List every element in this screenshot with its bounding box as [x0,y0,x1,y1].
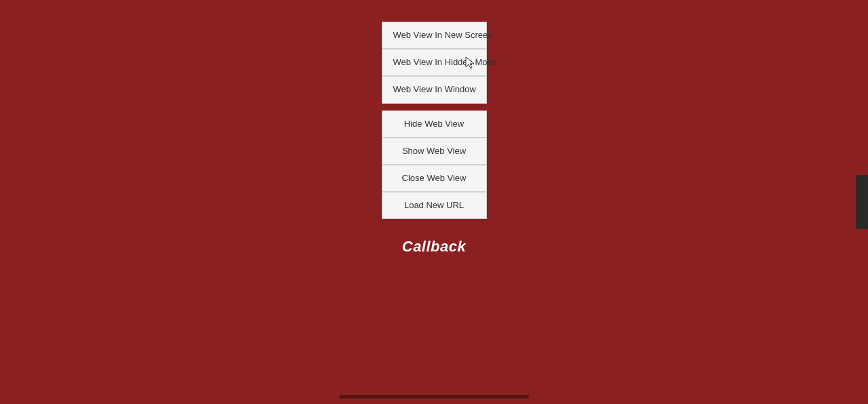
side-button [856,175,868,229]
callback-label: Callback [402,238,467,256]
button-close-web-view[interactable]: Close Web View [382,165,487,192]
button-group-1: Web View In New ScreenWeb View In Hidden… [382,22,487,104]
button-load-new-url[interactable]: Load New URL [382,192,487,219]
button-web-view-new-screen[interactable]: Web View In New Screen [382,22,487,49]
button-group-2: Hide Web ViewShow Web ViewClose Web View… [382,110,487,220]
button-hide-web-view[interactable]: Hide Web View [382,110,487,138]
screen-container: Web View In New ScreenWeb View In Hidden… [0,0,868,404]
button-show-web-view[interactable]: Show Web View [382,138,487,165]
button-web-view-hidden-mode[interactable]: Web View In Hidden Mode [382,49,487,76]
button-web-view-window[interactable]: Web View In Window [382,76,487,103]
home-indicator [339,395,529,399]
buttons-container: Web View In New ScreenWeb View In Hidden… [382,22,487,219]
